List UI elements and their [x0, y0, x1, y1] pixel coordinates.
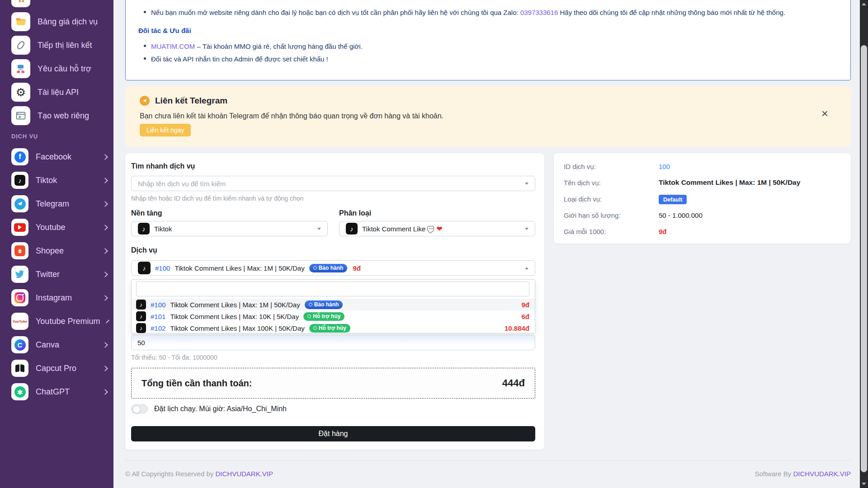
sidebar-item-create-website[interactable]: Tạo web riêng	[11, 106, 107, 126]
sidebar-item-shopee[interactable]: Shopee	[11, 241, 107, 261]
sidebar-item-canva[interactable]: C Canva	[11, 335, 107, 355]
sidebar-item-price-list[interactable]: Bảng giá dịch vụ	[11, 12, 107, 32]
sidebar: Bảng giá dịch vụ Tiếp thị liên kết Yêu c…	[0, 0, 113, 488]
bullet-dot	[144, 57, 146, 60]
service-dropdown: ♪ #100 Tiktok Comment Likes | Max: 1M | …	[131, 279, 535, 333]
scrollbar-thumb[interactable]	[861, 45, 867, 472]
sidebar-item-twitter[interactable]: Twitter	[11, 264, 107, 284]
paperclip-icon	[11, 36, 30, 55]
info-line-zalo: Nếu bạn muốn mở website riêng dành cho đ…	[138, 8, 838, 18]
sidebar-item-youtube[interactable]: Youtube	[11, 217, 107, 237]
sidebar-item-youtube-premium[interactable]: YouTube Youtube Premium	[11, 311, 107, 331]
option-price: 10.884đ	[505, 324, 529, 332]
copyright-text: © All Copyrights Reserved by DICHVUDARK.…	[125, 470, 273, 478]
platform-select[interactable]: ♪ Tiktok	[131, 221, 328, 236]
page: Bảng giá dịch vụ Tiếp thị liên kết Yêu c…	[0, 0, 868, 488]
muatim-link[interactable]: MUATIM.COM	[151, 42, 195, 50]
chevron-right-icon	[102, 248, 108, 254]
sidebar-item-support[interactable]: Yêu cầu hỗ trợ	[11, 59, 107, 79]
chatgpt-icon: ∗	[11, 383, 28, 400]
chevron-right-icon	[102, 201, 108, 207]
total-label: Tổng tiền cần thanh toán:	[142, 378, 252, 389]
close-icon[interactable]: ×	[821, 108, 828, 119]
dropdown-search-input[interactable]	[136, 282, 529, 296]
tiktok-icon: ♪	[136, 311, 146, 321]
chevron-right-icon	[102, 342, 108, 348]
info-line-partner2: Đối tác và API nhắn tin cho Admin để đượ…	[138, 54, 838, 64]
schedule-toggle[interactable]	[131, 404, 148, 413]
page-scrollbar[interactable]	[860, 0, 868, 488]
sidebar-item-label: Youtube	[36, 223, 65, 232]
cancel-support-badge: Hỗ trợ hủy	[309, 324, 350, 333]
sidebar-item-chatgpt[interactable]: ∗ ChatGPT	[11, 382, 107, 402]
service-id-value[interactable]: 100	[659, 163, 670, 170]
chevron-down-icon	[317, 228, 321, 230]
footer: © All Copyrights Reserved by DICHVUDARK.…	[125, 470, 851, 478]
sidebar-item-label: Instagram	[36, 293, 72, 303]
tiktok-icon: ♪	[136, 300, 146, 310]
default-type-badge: Default	[659, 195, 687, 204]
sidebar-section-services: DỊCH VỤ	[11, 133, 38, 140]
category-select[interactable]: ♪ Tiktok Comment Like ❤	[339, 221, 535, 236]
warranty-badge: Bảo hành	[305, 300, 343, 309]
service-select[interactable]: ♪ #100 Tiktok Comment Likes | Max: 1M | …	[131, 260, 535, 276]
shopee-icon	[11, 242, 28, 259]
service-name-value: Tiktok Comment Likes | Max: 1M | 50K/Day	[659, 178, 800, 187]
telegram-alert-icon	[140, 96, 150, 106]
tiktok-icon: ♪	[138, 223, 150, 235]
sidebar-item-capcut[interactable]: Capcut Pro	[11, 358, 107, 378]
info-line-partner1: MUATIM.COM – Tài khoản MMO giá rẻ, chất …	[138, 42, 838, 52]
service-option-100[interactable]: ♪ #100 Tiktok Comment Likes | Max: 1M | …	[132, 299, 535, 310]
telegram-icon	[11, 195, 28, 212]
sidebar-item-label: ChatGPT	[36, 387, 70, 397]
service-search-select[interactable]: Nhập tên dịch vụ để tìm kiếm	[131, 176, 535, 191]
sidebar-item-instagram[interactable]: Instagram	[11, 288, 107, 308]
chevron-right-icon	[106, 319, 110, 323]
search-help-text: Nhập tên hoặc ID dịch vụ để tìm kiếm nha…	[131, 195, 535, 202]
sidebar-item-label: Tiếp thị liên kết	[38, 41, 92, 50]
footer-divider	[125, 460, 851, 461]
speech-balloon-emoji	[427, 226, 434, 231]
zalo-link[interactable]: 0397333616	[520, 9, 558, 16]
detail-row-name: Tên dịch vụ: Tiktok Comment Likes | Max:…	[564, 177, 841, 188]
footer-software-link[interactable]: DICHVUDARK.VIP	[793, 470, 851, 478]
schedule-label: Đặt lịch chạy. Múi giờ: Asia/Ho_Chi_Minh	[154, 405, 287, 413]
software-by-text: Software By DICHVUDARK.VIP	[755, 470, 851, 478]
sidebar-item-tiktok[interactable]: ♪ Tiktok	[11, 170, 107, 190]
quantity-help-text: Tối thiểu: 50 - Tối đa: 1000000	[131, 354, 535, 361]
service-option-101[interactable]: ♪ #101 Tiktok Comment Likes | Max: 10K |…	[132, 310, 535, 322]
cancel-support-badge: Hỗ trợ hủy	[303, 312, 344, 321]
sidebar-item-partial-top[interactable]	[11, 0, 107, 8]
telegram-notice-title: Liên kết Telegram	[155, 96, 227, 106]
canva-icon: C	[11, 336, 28, 353]
sidebar-item-api-docs[interactable]: ⚙ Tài liệu API	[11, 82, 107, 102]
telegram-link-button[interactable]: Liên kết ngay	[140, 124, 191, 136]
tiktok-icon: ♪	[11, 172, 28, 189]
sidebar-item-label: Tài liệu API	[38, 88, 79, 97]
order-form-card: Tìm nhanh dịch vụ Nhập tên dịch vụ để tì…	[125, 153, 544, 450]
sidebar-item-affiliate[interactable]: Tiếp thị liên kết	[11, 35, 107, 55]
scroll-up-arrow-icon[interactable]	[862, 3, 866, 5]
bullet-dot	[144, 11, 146, 13]
sidebar-item-label: Facebook	[36, 152, 71, 162]
quantity-input[interactable]	[131, 335, 535, 350]
sidebar-item-label: Youtube Premium	[36, 317, 100, 326]
telegram-notice: Liên kết Telegram Bạn chưa liên kết tài …	[125, 86, 851, 147]
detail-row-price: Giá mỗi 1000: 9đ	[564, 226, 841, 237]
service-label: Dịch vụ	[131, 246, 535, 254]
service-option-102[interactable]: ♪ #102 Tiktok Comment Likes | Max 100K |…	[132, 322, 535, 334]
chevron-down-icon	[525, 228, 528, 230]
total-value: 444đ	[502, 377, 525, 389]
heart-emoji: ❤	[436, 225, 442, 233]
footer-brand-link[interactable]: DICHVUDARK.VIP	[215, 470, 273, 478]
browser-window-icon	[11, 106, 30, 125]
sidebar-item-telegram[interactable]: Telegram	[11, 194, 107, 214]
place-order-button[interactable]: Đặt hàng	[131, 426, 535, 441]
tiktok-icon: ♪	[136, 323, 146, 333]
sidebar-item-label: Tạo web riêng	[38, 111, 89, 121]
scroll-down-arrow-icon[interactable]	[862, 483, 866, 485]
sidebar-item-facebook[interactable]: f Facebook	[11, 147, 107, 167]
quantity-limit-value: 50 - 1.000.000	[659, 211, 703, 219]
sidebar-item-label: Bảng giá dịch vụ	[38, 17, 98, 27]
chevron-right-icon	[102, 225, 108, 230]
